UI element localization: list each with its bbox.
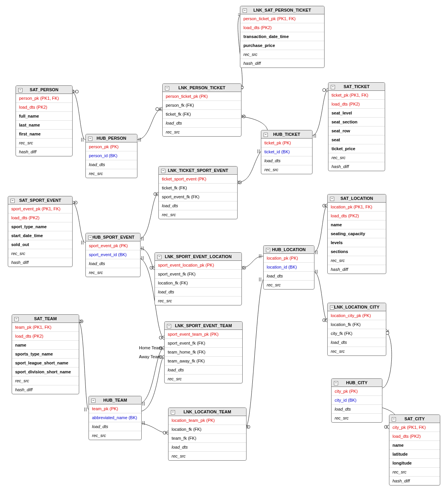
entity-hub-sport-event[interactable]: −HUB_SPORT_EVENT sport_event_pk (PK)spor… — [85, 233, 141, 277]
column-row: rec_src — [8, 249, 72, 258]
column-row: start_date_time — [8, 231, 72, 240]
entity-hub-city[interactable]: −HUB_CITY city_pk (PK)city_id (BK)load_d… — [331, 378, 382, 423]
rel-label-home-team: Home Team — [139, 345, 162, 350]
column-row: location_pk (PK) — [264, 254, 314, 263]
collapse-icon[interactable]: − — [167, 324, 171, 328]
entity-hub-ticket[interactable]: −HUB_TICKET ticket_pk (PK)ticket_id (BK)… — [261, 130, 313, 174]
collapse-icon[interactable]: − — [334, 381, 338, 385]
column-row: load_dts (PK2) — [8, 213, 72, 222]
column-row: transaction_date_time — [240, 32, 324, 41]
entity-lnk-sport-event-team[interactable]: −LNK_SPORT_EVENT_TEAM sport_event_team_p… — [164, 321, 243, 383]
column-row: load_dts — [86, 259, 140, 268]
column-row: location_id (BK) — [264, 263, 314, 272]
column-row: seat — [328, 135, 385, 144]
svg-point-8 — [156, 108, 159, 111]
column-row: person_ticket_pk (PK1, FK) — [240, 14, 324, 23]
entity-sat-ticket[interactable]: −SAT_TICKET ticket_pk (PK1, FK)load_dts … — [328, 82, 385, 171]
collapse-icon[interactable]: − — [392, 417, 396, 421]
column-row: seating_capacity — [328, 229, 386, 238]
column-row: rec_src — [328, 347, 386, 355]
collapse-icon[interactable]: − — [264, 133, 268, 137]
column-row: load_dts (PK2) — [16, 103, 72, 112]
collapse-icon[interactable]: − — [165, 86, 169, 90]
entity-sat-city[interactable]: −SAT_CITY city_pk (PK1, FK)load_dts (PK2… — [389, 414, 440, 486]
entity-hub-team[interactable]: −HUB_TEAM team_pk (PK)abbreviated_name (… — [89, 396, 142, 440]
column-row: team_away_fk (FK) — [165, 357, 242, 366]
entity-sat-person[interactable]: −SAT_PERSON person_pk (PK1, FK)load_dts … — [16, 85, 73, 156]
entity-title: HUB_TICKET — [273, 132, 300, 137]
column-row: purchase_price — [240, 41, 324, 50]
entity-sat-sport-event[interactable]: −SAT_SPORT_EVENT sport_event_pk (PK1, FK… — [8, 196, 73, 267]
svg-line-98 — [386, 425, 389, 427]
column-row: load_dts — [332, 405, 382, 414]
column-row: team_fk (FK) — [168, 434, 246, 443]
column-row: load_dts — [163, 119, 241, 128]
column-row: sport_type_name — [8, 222, 72, 231]
svg-point-82 — [323, 319, 326, 322]
collapse-icon[interactable]: − — [266, 248, 270, 252]
column-row: rec_src — [159, 210, 237, 219]
entity-hub-location[interactable]: −HUB_LOCATION location_pk (PK)location_i… — [263, 245, 314, 290]
collapse-icon[interactable]: − — [161, 169, 165, 173]
column-row: ticket_fk (FK) — [163, 110, 241, 119]
svg-line-69 — [165, 433, 168, 435]
column-row: team_pk (PK) — [89, 404, 141, 413]
entity-title: SAT_SPORT_EVENT — [19, 198, 61, 203]
collapse-icon[interactable]: − — [10, 199, 15, 203]
entity-lnk-location-city[interactable]: −LNK_LOCATION_CITY location_city_pk (PK)… — [327, 303, 386, 356]
svg-point-67 — [163, 431, 166, 434]
column-row: rec_src — [165, 375, 242, 383]
collapse-icon[interactable]: − — [14, 317, 19, 321]
column-row: person_pk (PK) — [86, 142, 137, 151]
entity-title: HUB_LOCATION — [272, 247, 306, 252]
svg-point-87 — [247, 425, 250, 428]
column-row: load_dts (PK2) — [328, 100, 385, 109]
column-row: load_dts (PK2) — [240, 23, 324, 32]
entity-sat-location[interactable]: −SAT_LOCATION location_pk (PK1, FK)load_… — [327, 194, 386, 274]
collapse-icon[interactable]: − — [88, 137, 92, 141]
entity-title: HUB_SPORT_EVENT — [92, 235, 135, 239]
collapse-icon[interactable]: − — [171, 410, 175, 414]
column-row: levels — [328, 238, 386, 247]
entity-lnk-sport-event-location[interactable]: −LNK_SPORT_EVENT_LOCATION sport_event_lo… — [155, 252, 242, 305]
column-row: location_fk (FK) — [155, 279, 241, 288]
collapse-icon[interactable]: − — [88, 236, 92, 240]
svg-point-97 — [384, 425, 387, 428]
collapse-icon[interactable]: − — [157, 255, 161, 259]
collapse-icon[interactable]: − — [330, 197, 334, 201]
svg-point-52 — [80, 320, 83, 323]
column-row: load_dts — [328, 338, 386, 347]
column-row: sports_type_name — [12, 350, 79, 359]
column-row: sport_event_pk (PK1, FK) — [8, 205, 72, 213]
column-row: ticket_price — [328, 144, 385, 153]
entity-lnk-location-team[interactable]: −LNK_LOCATION_TEAM location_team_pk (PK)… — [168, 408, 247, 461]
collapse-icon[interactable]: − — [243, 9, 247, 13]
collapse-icon[interactable]: − — [18, 88, 23, 92]
column-row: team_home_fk (FK) — [165, 348, 242, 357]
entity-sat-team[interactable]: −SAT_TEAM team_pk (PK1, FK)load_dts (PK2… — [12, 314, 79, 394]
entity-hub-person[interactable]: −HUB_PERSON person_pk (PK)person_id (BK)… — [85, 134, 137, 178]
svg-point-39 — [154, 192, 157, 196]
column-row: city_fk (FK) — [328, 329, 386, 338]
column-row: hash_diff — [12, 385, 79, 394]
collapse-icon[interactable]: − — [330, 305, 334, 310]
entity-lnk-person-ticket[interactable]: −LNK_PERSON_TICKET person_ticket_pk (PK)… — [162, 83, 241, 137]
column-row: sport_event_fk (FK) — [155, 270, 241, 279]
column-row: load_dts — [89, 422, 141, 431]
collapse-icon[interactable]: − — [331, 85, 335, 89]
svg-line-10 — [159, 109, 162, 111]
column-row: rec_src — [332, 414, 382, 422]
svg-point-3 — [75, 90, 78, 93]
column-row: person_fk (FK) — [163, 101, 241, 110]
svg-line-46 — [151, 268, 155, 270]
entity-lnk-sat-person-ticket[interactable]: −LNK_SAT_PERSON_TICKET person_ticket_pk … — [240, 6, 325, 68]
entity-lnk-ticket-sport-event[interactable]: −LNK_TICKET_SPORT_EVENT ticket_sport_eve… — [158, 166, 238, 219]
column-row: sport_league_short_name — [12, 359, 79, 368]
svg-line-99 — [386, 427, 389, 429]
column-row: rec_src — [155, 297, 241, 305]
svg-line-9 — [159, 107, 162, 109]
entity-title: HUB_CITY — [346, 380, 367, 385]
column-row: load_dts — [86, 160, 137, 169]
collapse-icon[interactable]: − — [91, 399, 96, 403]
column-row: person_id (BK) — [86, 151, 137, 160]
